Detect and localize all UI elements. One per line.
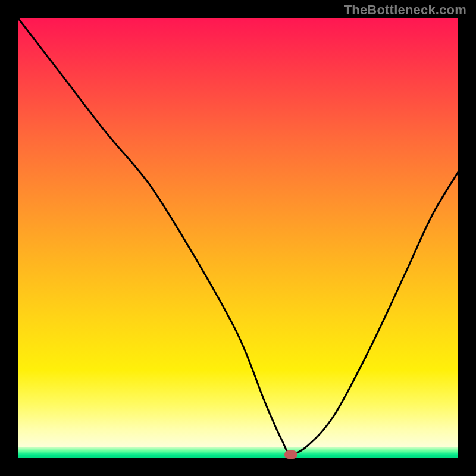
min-marker (284, 450, 298, 459)
bottleneck-curve (18, 18, 458, 454)
watermark-text: TheBottleneck.com (344, 2, 466, 18)
plot-area (18, 18, 458, 458)
curve-layer (18, 18, 458, 458)
chart-frame: TheBottleneck.com (0, 0, 476, 476)
